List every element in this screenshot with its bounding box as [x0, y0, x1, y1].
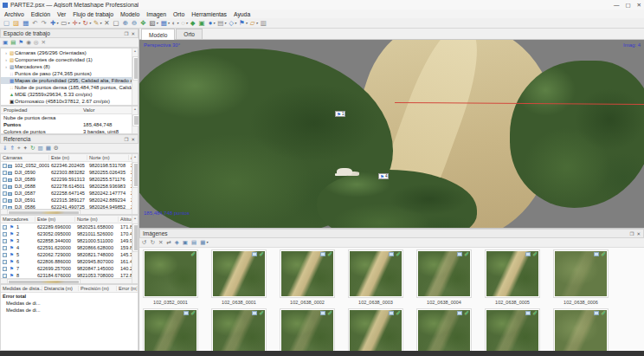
menu-item[interactable]: Edición [31, 11, 50, 17]
ruler-icon[interactable]: ▱▾ [250, 20, 258, 27]
close-button[interactable]: ✕ [637, 2, 641, 9]
photo-thumbnail[interactable]: ✓ 102_0638_0006 [554, 250, 608, 305]
undo-icon[interactable]: ↶ [32, 20, 38, 27]
redo-icon[interactable]: ↷ [42, 20, 48, 27]
marker-checkbox[interactable]: ✓ [3, 232, 7, 236]
convert-reference-icon[interactable]: ⌖ [17, 146, 21, 152]
photo-thumbnail[interactable]: ✓ 102_0352_0001 [144, 250, 197, 305]
new-project-icon[interactable]: ▢ [3, 20, 10, 27]
update-transform-icon[interactable]: ↻ [30, 146, 35, 152]
zoom-out-icon[interactable]: ⊖ [132, 20, 138, 27]
markers-hscrollbar[interactable] [1, 278, 132, 283]
optimize-cameras-icon[interactable]: ✦ [23, 146, 28, 152]
delete-selection-icon[interactable]: ✕ [104, 20, 110, 27]
marker-row[interactable]: ✓⚑2 623052.095000 9821011.526000 170.421… [1, 230, 138, 237]
tree-item[interactable]: › ▨ Componentes de conectividad (1) [1, 56, 138, 63]
panel-close-icon[interactable]: ✕ [131, 31, 135, 36]
photo-thumbnail[interactable]: ✓ [486, 309, 539, 351]
tree-item[interactable]: › ▨ Marcadores (8) [1, 63, 138, 70]
rotate-left-icon[interactable]: ↺ [142, 240, 147, 246]
marker-row[interactable]: ✓⚑1 622289.696000 9820251.658000 171.801… [1, 223, 138, 230]
distances-row[interactable]: Medidas de di... [1, 307, 138, 314]
photo-thumbnail[interactable]: ✓ [144, 309, 197, 351]
export-reference-icon[interactable]: ⇑ [10, 146, 14, 152]
tree-item[interactable]: ∷ Nube de puntos densa (185,484,748 punt… [1, 84, 138, 91]
rotate-right-icon[interactable]: ↻ [150, 240, 155, 246]
tree-item[interactable]: ▣ Ortomosaico (45810x37812, 2.67 cm/pix) [1, 98, 138, 105]
camera-row[interactable]: ✓DJI_0588 622278.614501 9820258.936983 2… [1, 183, 138, 190]
marker-row[interactable]: ✓⚑5 622062.729000 9820821.748000 145.375… [1, 251, 138, 258]
panel-close-icon[interactable]: ✕ [131, 137, 135, 142]
menu-item[interactable]: Ayuda [234, 11, 250, 17]
photo-thumbnail[interactable]: ✓ [554, 309, 608, 351]
tree-scrollbar[interactable]: ▴ [132, 49, 138, 105]
camera-checkbox[interactable]: ✓ [3, 191, 7, 196]
navigation-icon[interactable]: ✚▾ [50, 20, 58, 27]
panel-close-icon[interactable]: ✕ [636, 231, 641, 236]
region-icon[interactable]: ◇▾ [229, 20, 236, 27]
marker-checkbox[interactable]: ✓ [3, 239, 7, 243]
menu-item[interactable]: Ver [57, 11, 66, 17]
menu-item[interactable]: Orto [173, 11, 184, 17]
distances-total-row[interactable]: Error total [1, 293, 138, 300]
marker-checkbox[interactable]: ✓ [3, 225, 7, 230]
grid-icon[interactable]: ▤▾ [217, 20, 226, 27]
move-object-icon[interactable]: ✛▾ [72, 20, 80, 27]
remove-item-icon[interactable]: ✕ [41, 40, 45, 46]
menu-item[interactable]: Flujo de trabajo [73, 11, 113, 17]
add-photos-icon[interactable]: ▤ [10, 40, 16, 46]
photo-thumbnail[interactable]: ✓ 102_0638_0004 [417, 250, 471, 305]
photo-thumbnail[interactable]: ✓ 102_0638_0001 [212, 250, 266, 305]
effects-icon[interactable]: ◌▾ [181, 20, 187, 27]
cameras-scrollbar[interactable]: ▴ [132, 154, 138, 214]
distances-row[interactable]: Medidas de di... [1, 300, 138, 307]
add-marker-icon[interactable]: ⚑ [18, 40, 23, 46]
marker-row[interactable]: ✓⚑7 622699.257000 9820847.145000 140.268… [1, 265, 138, 272]
menu-item[interactable]: Imagen [146, 11, 166, 17]
property-row[interactable]: Puntos 185,484,748 [1, 121, 138, 128]
property-row[interactable]: Colores de puntos 3 bandas, uint8 [1, 128, 138, 135]
viewport-marker-tag[interactable]: ⚑ 4 [378, 173, 389, 179]
tree-item[interactable]: ∷ Puntos de paso (274,365 puntos) [1, 70, 138, 77]
move-region-icon[interactable]: ✥ [140, 20, 146, 27]
marker-checkbox[interactable]: ✓ [3, 253, 7, 257]
camera-checkbox[interactable]: ✓ [3, 184, 7, 189]
markers-scrollbar[interactable]: ▴ [132, 216, 138, 283]
camera-row[interactable]: ✓DJI_0587 622258.647145 9820242.147774 2… [1, 190, 138, 197]
tree-item[interactable]: ▲ MDE (32559x29634, 5.33 cm/pix) [1, 91, 138, 98]
show-thumbnails-icon[interactable]: ▣ [199, 20, 206, 27]
photo-thumbnail[interactable]: ✓ 102_0638_0005 [486, 250, 539, 305]
shading-icon[interactable]: ◐▾ [172, 20, 179, 27]
maximize-button[interactable]: ▢ [625, 2, 630, 9]
properties-scrollbar[interactable]: ▴ [132, 107, 138, 133]
camera-checkbox[interactable]: ✓ [3, 171, 7, 175]
panel-float-icon[interactable]: ❐ [124, 137, 128, 142]
minimize-button[interactable]: — [614, 2, 620, 9]
view-errors-icon[interactable]: ▦ [46, 146, 51, 152]
view-estimated-icon[interactable]: ▥ [37, 146, 42, 152]
add-chunk-icon[interactable]: ▣ [3, 40, 8, 46]
tab-orto[interactable]: Orto [176, 29, 203, 39]
camera-row[interactable]: ✓DJI_0590 622303.883282 9820255.026435 2… [1, 169, 138, 176]
thumbnails-view-icon[interactable]: ▤ [191, 240, 197, 246]
marker-checkbox[interactable]: ✓ [3, 246, 7, 250]
viewport-marker-tag[interactable]: ⚑ 1 [335, 111, 345, 117]
show-cameras-icon[interactable]: ◆ [190, 20, 196, 27]
model-viewport[interactable]: Perspectiva 30° Imag: 4 185,484,748 punt… [139, 40, 644, 228]
camera-row[interactable]: ✓DJI_0589 622299.591313 9820255.571176 2… [1, 176, 138, 183]
camera-row[interactable]: ✓102_0352_0001 622346.202405 9820198.531… [1, 162, 138, 169]
rectangle-selection-icon[interactable]: ▭▾ [61, 20, 69, 27]
move-photo-icon[interactable]: ⇄ [166, 240, 171, 246]
marker-row[interactable]: ✓⚑4 622591.620000 9820866.628000 159.889… [1, 244, 138, 251]
open-photo-icon[interactable]: ▣ [183, 240, 189, 246]
import-reference-icon[interactable]: ⇓ [3, 146, 7, 152]
panel-float-icon[interactable]: ❐ [629, 231, 634, 236]
menu-item[interactable]: Modelo [120, 11, 139, 17]
remove-photo-icon[interactable]: ✕ [158, 240, 164, 246]
photo-thumbnail[interactable]: ✓ [417, 309, 471, 351]
filter-photos-icon[interactable]: ◈ [175, 240, 180, 246]
tree-item[interactable]: ▦ Mapas de profundidad (295, Calidad alt… [1, 77, 138, 84]
marker-checkbox[interactable]: ✓ [3, 260, 7, 264]
property-row[interactable]: Nube de puntos densa [1, 114, 138, 121]
panel-float-icon[interactable]: ❐ [124, 31, 128, 36]
